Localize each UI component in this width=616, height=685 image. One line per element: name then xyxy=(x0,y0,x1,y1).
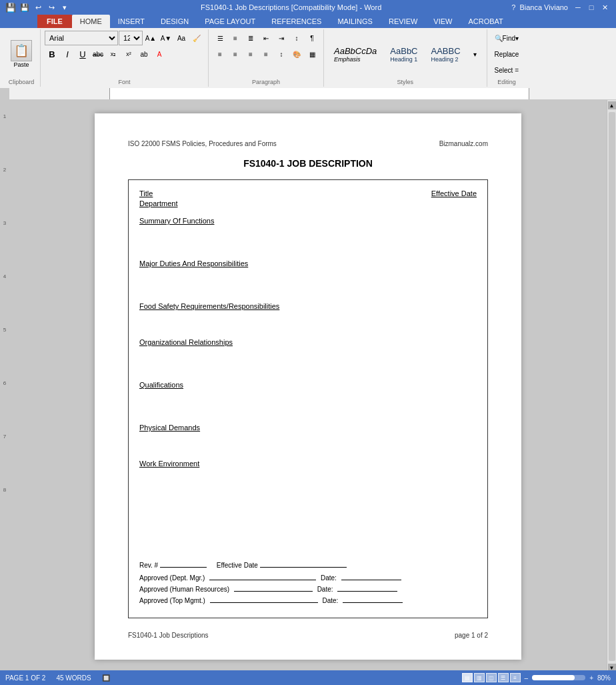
title-label: Title xyxy=(139,189,153,197)
tab-references[interactable]: REFERENCES xyxy=(263,15,329,28)
section-summary-heading: Summary Of Functions xyxy=(139,217,214,225)
decrease-indent-btn[interactable]: ⇤ xyxy=(259,31,273,45)
customize-btn[interactable]: ▾ xyxy=(59,2,71,13)
font-group: Arial 12 A▲ A▼ Aa 🧹 B I U abc x₂ x² ab A xyxy=(41,29,209,87)
font-shrink-btn[interactable]: A▼ xyxy=(159,31,173,45)
document-title: FS1040-1 JOB DESCRIPTION xyxy=(128,158,488,169)
approval-section: Rev. # Effective Date Approved (Dept. Mg… xyxy=(139,562,477,604)
style-heading1[interactable]: AaBbC Heading 1 xyxy=(384,44,423,65)
replace-btn[interactable]: Replace xyxy=(491,47,523,61)
status-bar: PAGE 1 OF 2 45 WORDS 🔲 ▤ ▥ ◫ ☰ ≡ – + 80% xyxy=(0,670,616,673)
style-heading2[interactable]: AABBC Heading 2 xyxy=(425,44,467,65)
dept-mgr-label: Approved (Dept. Mgr.) xyxy=(139,574,205,582)
shading-btn[interactable]: 🎨 xyxy=(289,47,304,61)
top-mgmt-date-label: Date: xyxy=(323,597,339,604)
tab-view[interactable]: VIEW xyxy=(425,15,460,28)
subscript-btn[interactable]: x₂ xyxy=(106,47,121,61)
highlight-btn[interactable]: ab xyxy=(137,47,151,61)
align-center-btn[interactable]: ≡ xyxy=(228,47,243,61)
minimize-btn[interactable]: ─ xyxy=(572,2,584,13)
styles-label: Styles xyxy=(328,77,483,85)
department-label: Department xyxy=(139,199,177,207)
header-left: ISO 22000 FSMS Policies, Procedures and … xyxy=(128,140,277,147)
window-title: FS1040-1 Job Descriptions [Compatibility… xyxy=(71,3,511,11)
paste-button[interactable]: 📋 Paste xyxy=(7,39,36,69)
strikethrough-btn[interactable]: abc xyxy=(91,47,105,61)
styles-preview: AaBbCcDa Emphasis AaBbC Heading 1 AABBC … xyxy=(328,44,483,65)
document-page: ISO 22000 FSMS Policies, Procedures and … xyxy=(95,113,521,660)
top-mgmt-label: Approved (Top Mgmt.) xyxy=(139,597,205,604)
paste-icon: 📋 xyxy=(11,40,32,61)
sort-btn[interactable]: ↕ xyxy=(289,31,304,45)
editing-label: Editing xyxy=(491,77,523,85)
vertical-scrollbar[interactable]: ▲ ▼ xyxy=(607,100,616,673)
tab-acrobat[interactable]: ACROBAT xyxy=(460,15,511,28)
undo-btn[interactable]: ↩ xyxy=(32,2,44,13)
change-case-btn[interactable]: Aa xyxy=(174,31,189,45)
tab-design[interactable]: DESIGN xyxy=(153,15,197,28)
department-row: Department xyxy=(139,199,477,208)
section-food-safety: Food Safety Requirements/Responsibilitie… xyxy=(139,301,477,337)
numbering-btn[interactable]: ≡ xyxy=(228,31,243,45)
maximize-btn[interactable]: □ xyxy=(585,2,597,13)
font-size-select[interactable]: 12 xyxy=(119,31,143,45)
tab-page-layout[interactable]: PAGE LAYOUT xyxy=(197,15,263,28)
font-family-select[interactable]: Arial xyxy=(45,31,118,45)
editing-group: 🔍 Find▾ Replace Select = Editing xyxy=(487,29,527,87)
page-footer: FS1040-1 Job Descriptions page 1 of 2 xyxy=(128,632,488,639)
header-right: Bizmanualz.com xyxy=(439,140,488,147)
word-icon: 💾 xyxy=(5,3,16,13)
help-btn[interactable]: ? xyxy=(511,3,515,11)
page-header: ISO 22000 FSMS Policies, Procedures and … xyxy=(128,140,488,147)
file-tab[interactable]: FILE xyxy=(37,15,72,28)
clipboard-group: 📋 Paste Clipboard xyxy=(3,29,41,87)
footer-left: FS1040-1 Job Descriptions xyxy=(128,632,209,639)
show-marks-btn[interactable]: ¶ xyxy=(305,31,319,45)
superscript-btn[interactable]: x² xyxy=(121,47,136,61)
font-color-btn[interactable]: A xyxy=(152,47,167,61)
scroll-up-btn[interactable]: ▲ xyxy=(608,101,616,109)
underline-btn[interactable]: U xyxy=(75,47,90,61)
styles-more-btn[interactable]: ▾ xyxy=(468,47,483,61)
font-grow-btn[interactable]: A▲ xyxy=(143,31,158,45)
section-duties-heading: Major Duties And Responsibilities xyxy=(139,259,248,267)
multilevel-btn[interactable]: ≣ xyxy=(243,31,258,45)
ribbon-content: 📋 Paste Clipboard Arial 12 A▲ A▼ Aa 🧹 B xyxy=(0,28,616,88)
save-btn[interactable]: 💾 xyxy=(19,2,31,13)
section-qualifications: Qualifications xyxy=(139,380,477,423)
align-left-btn[interactable]: ≡ xyxy=(213,47,227,61)
bold-btn[interactable]: B xyxy=(45,47,59,61)
close-btn[interactable]: ✕ xyxy=(599,2,611,13)
bullets-btn[interactable]: ☰ xyxy=(213,31,227,45)
select-btn[interactable]: Select = xyxy=(491,63,522,77)
section-physical: Physical Demands xyxy=(139,423,477,459)
title-row: Title Effective Date xyxy=(139,189,477,197)
justify-btn[interactable]: ≡ xyxy=(259,47,273,61)
section-org: Organizational Relationships xyxy=(139,337,477,380)
clipboard-label: Clipboard xyxy=(7,77,36,85)
redo-btn[interactable]: ↪ xyxy=(45,2,57,13)
increase-indent-btn[interactable]: ⇥ xyxy=(274,31,289,45)
italic-btn[interactable]: I xyxy=(60,47,75,61)
approval-row-3: Approved (Top Mgmt.) Date: xyxy=(139,597,477,604)
borders-btn[interactable]: ▦ xyxy=(305,47,319,61)
vertical-ruler: 1 2 3 4 5 6 7 8 xyxy=(0,100,9,673)
clear-format-btn[interactable]: 🧹 xyxy=(189,31,204,45)
hr-label: Approved (Human Resources) xyxy=(139,586,229,593)
eff-date-label: Effective Date xyxy=(217,562,258,569)
rev-row: Rev. # Effective Date xyxy=(139,562,477,569)
tab-mailings[interactable]: MAILINGS xyxy=(329,15,381,28)
section-org-heading: Organizational Relationships xyxy=(139,338,233,346)
scroll-thumb[interactable] xyxy=(609,112,615,661)
tab-home[interactable]: HOME xyxy=(72,15,110,28)
line-spacing-btn[interactable]: ↕ xyxy=(274,47,289,61)
paragraph-group: ☰ ≡ ≣ ⇤ ⇥ ↕ ¶ ≡ ≡ ≡ ≡ ↕ 🎨 ▦ Paragraph xyxy=(209,29,324,87)
font-label: Font xyxy=(45,77,204,85)
footer-right: page 1 of 2 xyxy=(455,632,488,639)
find-btn[interactable]: 🔍 Find▾ xyxy=(491,31,522,45)
document-scroll-area[interactable]: ISO 22000 FSMS Policies, Procedures and … xyxy=(9,100,607,673)
tab-insert[interactable]: INSERT xyxy=(110,15,153,28)
style-emphasis[interactable]: AaBbCcDa Emphasis xyxy=(328,44,383,65)
align-right-btn[interactable]: ≡ xyxy=(243,47,258,61)
tab-review[interactable]: REVIEW xyxy=(381,15,425,28)
